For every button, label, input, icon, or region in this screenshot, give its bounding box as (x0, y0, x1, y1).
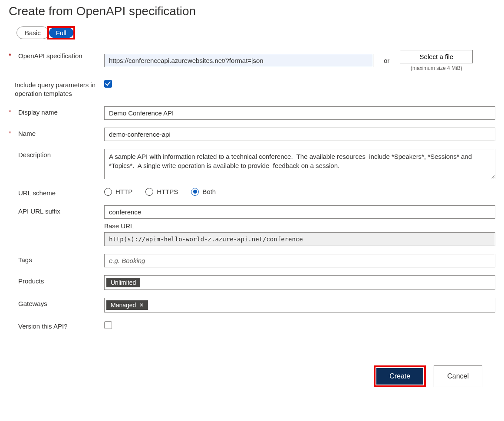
or-text: or (381, 57, 392, 64)
gateways-input[interactable]: Managed ✕ (104, 298, 495, 312)
base-url-value: http(s)://apim-hello-world-z.azure-api.n… (104, 232, 495, 246)
radio-http[interactable]: HTTP (104, 188, 132, 196)
radio-both[interactable]: Both (191, 188, 216, 196)
name-input[interactable] (104, 128, 495, 141)
label-openapi-spec: OpenAPI specification (18, 52, 82, 60)
label-tags: Tags (18, 256, 32, 264)
label-base-url: Base URL (104, 222, 495, 230)
label-url-suffix: API URL suffix (18, 207, 60, 216)
toggle-full[interactable]: Full (49, 28, 73, 38)
product-chip[interactable]: Unlimited (106, 278, 140, 287)
radio-both-label: Both (202, 188, 216, 195)
url-suffix-input[interactable] (104, 205, 495, 219)
gateway-chip[interactable]: Managed ✕ (106, 300, 148, 310)
label-display-name: Display name (18, 108, 58, 117)
label-gateways: Gateways (18, 299, 47, 308)
label-description: Description (18, 151, 51, 159)
radio-https[interactable]: HTTPS (145, 188, 178, 196)
max-size-hint: (maximum size 4 MiB) (411, 65, 462, 71)
tags-input[interactable] (104, 254, 495, 267)
include-query-checkbox[interactable] (104, 80, 112, 88)
label-include-query: Include query parameters in operation te… (15, 81, 104, 99)
radio-http-label: HTTP (115, 188, 132, 195)
version-api-checkbox[interactable] (104, 321, 112, 329)
page-title: Create from OpenAPI specification (9, 4, 495, 18)
toggle-basic[interactable]: Basic (18, 28, 48, 38)
close-icon[interactable]: ✕ (139, 302, 144, 308)
description-textarea[interactable]: A sample API with information related to… (104, 149, 495, 179)
gateway-chip-label: Managed (111, 302, 136, 309)
openapi-spec-input[interactable] (104, 54, 373, 67)
required-marker: * (9, 52, 18, 59)
products-input[interactable]: Unlimited (104, 275, 495, 290)
radio-https-label: HTTPS (157, 188, 178, 195)
product-chip-label: Unlimited (111, 279, 136, 286)
display-name-input[interactable] (104, 106, 495, 120)
view-toggle: Basic (16, 26, 49, 39)
label-products: Products (18, 277, 44, 286)
label-name: Name (18, 129, 36, 138)
create-button[interactable]: Create (376, 368, 423, 385)
select-file-button[interactable]: Select a file (400, 50, 473, 63)
label-version-api: Version this API? (18, 322, 67, 331)
cancel-button[interactable]: Cancel (434, 365, 482, 387)
label-url-scheme: URL scheme (18, 189, 56, 197)
